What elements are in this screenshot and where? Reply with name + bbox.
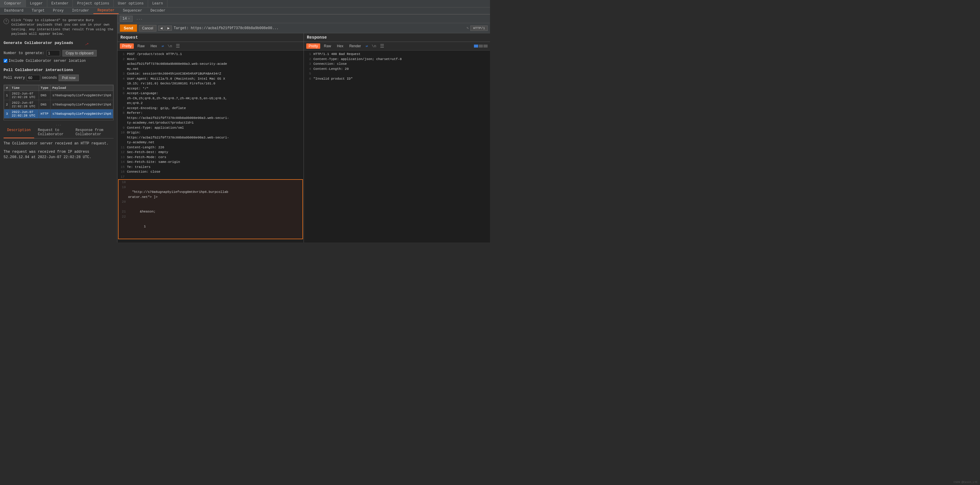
top-nav: Comparer Logger Extender Project options… — [0, 0, 490, 8]
nav-extender[interactable]: Extender — [47, 0, 73, 7]
include-location-checkbox[interactable] — [3, 59, 8, 63]
code-line: 6Accept-Language: — [118, 91, 304, 96]
code-line: 13Sec-Fetch-Mode: cors — [118, 155, 304, 160]
code-line: 4User-Agent: Mozilla/5.0 (Macintosh; Int… — [118, 76, 304, 81]
description-line1: The Collaborator server received an HTTP… — [3, 141, 114, 146]
code-line: 17 — [118, 175, 304, 180]
generate-title: Generate Collaborator payloads — [3, 41, 73, 45]
target-text: Target: https://acba1fb21f9f7378c08b8a9b… — [173, 26, 465, 30]
nav-user-options[interactable]: User options — [114, 0, 148, 7]
include-location-label[interactable]: Include Collaborator server location — [3, 59, 86, 63]
nav-arrows: ◀ ▶ — [158, 25, 172, 30]
number-input[interactable] — [47, 50, 60, 56]
response-code-line: 3Connection: close — [304, 62, 490, 67]
nav-target[interactable]: Target — [28, 8, 49, 14]
nav-learn[interactable]: Learn — [148, 0, 167, 7]
code-line: 10Origin: — [118, 130, 304, 135]
more-tabs[interactable]: ... — [134, 16, 145, 21]
code-line: https://acba1fb21f9f7378c08b8a9b008e00a3… — [118, 116, 304, 121]
xml-code-line: 21 &heason; — [119, 209, 302, 214]
nav-logger[interactable]: Logger — [26, 0, 47, 7]
code-line: 8Referer: — [118, 111, 304, 116]
request-code-area[interactable]: 1POST /product/stock HTTP/1.12Host:acba1… — [118, 51, 304, 243]
next-arrow[interactable]: ▶ — [165, 25, 172, 30]
tab-response-from-collaborator[interactable]: Response from Collaborator — [72, 127, 114, 138]
response-raw-btn[interactable]: Raw — [321, 43, 333, 49]
nav-decoder[interactable]: Decoder — [146, 8, 169, 14]
xml-code-line — [119, 234, 302, 239]
request-pretty-btn[interactable]: Pretty — [120, 43, 134, 49]
code-line: 1POST /product/stock HTTP/1.1 — [118, 52, 304, 57]
edit-target-icon[interactable]: ✎ — [466, 26, 469, 30]
list-view-icon[interactable] — [479, 45, 483, 48]
code-line: my.net — [118, 67, 304, 72]
code-line: 12Sec-Fetch-Dest: empty — [118, 150, 304, 155]
code-line: 2Host: — [118, 57, 304, 62]
code-line: 15Te: trailers — [118, 165, 304, 170]
request-panel-header: Request — [118, 33, 304, 42]
request-wrap-icon[interactable]: ⇌ — [161, 44, 165, 48]
col-time: Time — [10, 85, 39, 91]
code-line: 14Sec-Fetch-Site: same-origin — [118, 160, 304, 165]
nav-comparer[interactable]: Comparer — [0, 0, 26, 7]
request-raw-btn[interactable]: Raw — [135, 43, 147, 49]
response-menu-icon[interactable]: ☰ — [379, 43, 385, 49]
panels-container: Request Pretty Raw Hex ⇌ \n ☰ 1POST /pro… — [118, 33, 490, 243]
compact-view-icon[interactable] — [484, 45, 488, 48]
nav-dashboard[interactable]: Dashboard — [0, 8, 28, 14]
code-line: en;q=0.2 — [118, 101, 304, 106]
seconds-label: seconds — [42, 76, 57, 80]
send-bar: Send Cancel ◀ ▶ Target: https://acba1fb2… — [118, 23, 490, 33]
response-panel-toolbar: Pretty Raw Hex Render ⇌ \n ☰ — [304, 42, 490, 51]
request-indent-icon[interactable]: \n — [167, 44, 173, 48]
nav-sequencer[interactable]: Sequencer — [119, 8, 146, 14]
poll-now-button[interactable]: Poll now — [59, 75, 78, 81]
response-hex-btn[interactable]: Hex — [334, 43, 345, 49]
cancel-button[interactable]: Cancel — [139, 25, 156, 32]
response-code-line: 4Content-Length: 20 — [304, 67, 490, 72]
code-line: https://acba1fb21f9f7378c08b8a9b008e00a3… — [118, 135, 304, 140]
nav-proxy[interactable]: Proxy — [49, 8, 68, 14]
xml-code-line — [119, 219, 302, 224]
table-row[interactable]: 12022-Jun-07 22:02:28 UTCDNSs70a6ugnap5y… — [4, 91, 113, 100]
nav-intruder[interactable]: Intruder — [68, 8, 93, 14]
code-line: 3Cookie: session=8nJ6045h1AXC3EH54hXP1BU… — [118, 72, 304, 76]
code-line: zh-CN,zh;q=0.8,zh-TW;q=0.7,zh-HK;q=0.5,e… — [118, 96, 304, 101]
table-row[interactable]: 22022-Jun-07 22:02:28 UTCDNSs70a6ugnap5y… — [4, 100, 113, 109]
response-render-btn[interactable]: Render — [347, 43, 363, 49]
grid-view-icon[interactable] — [474, 45, 478, 48]
poll-seconds-input[interactable] — [27, 75, 40, 81]
tab-request-to-collaborator[interactable]: Request to Collaborator — [34, 127, 72, 138]
xml-code-line: 18 — [119, 180, 302, 185]
close-tab-icon[interactable]: × — [128, 17, 130, 21]
prev-arrow[interactable]: ◀ — [158, 25, 165, 30]
send-button[interactable]: Send — [120, 24, 137, 32]
tab-description[interactable]: Description — [3, 127, 34, 138]
description-content: The Collaborator server received an HTTP… — [3, 141, 114, 160]
code-line: 10.15; rv:101.0) Gecko/20100101 Firefox/… — [118, 81, 304, 86]
copy-to-clipboard-button[interactable]: Copy to clipboard — [62, 50, 97, 56]
second-nav: Dashboard Target Proxy Intruder Repeater… — [0, 8, 490, 14]
poll-section: Poll Collaborator interactions Poll ever… — [3, 68, 114, 81]
detail-tab-bar: Description Request to Collaborator Resp… — [3, 127, 114, 138]
repeater-tab-14[interactable]: 14 × — [120, 16, 133, 22]
response-code-line: 2Content-Type: application/json; charset… — [304, 57, 490, 62]
response-indent-icon[interactable]: \n — [371, 44, 378, 48]
nav-project-options[interactable]: Project options — [73, 0, 114, 7]
code-line: 7Accept-Encoding: gzip, deflate — [118, 106, 304, 111]
table-row[interactable]: 32022-Jun-07 22:02:28 UTCHTTPs70a6ugnap5… — [4, 109, 113, 118]
xml-code-line: 1 — [119, 224, 302, 229]
xml-code-line — [119, 229, 302, 234]
nav-repeater[interactable]: Repeater — [93, 8, 119, 14]
response-pretty-btn[interactable]: Pretty — [306, 43, 320, 49]
generate-section: Generate Collaborator payloads → Number … — [3, 41, 114, 63]
request-hex-btn[interactable]: Hex — [148, 43, 159, 49]
xml-code-line — [119, 205, 302, 210]
description-line2: The request was received from IP address… — [3, 149, 114, 160]
xml-code-line: 20 — [119, 199, 302, 205]
response-wrap-icon[interactable]: ⇌ — [364, 44, 369, 48]
response-code-area[interactable]: 1HTTP/1.1 400 Bad Request2Content-Type: … — [304, 51, 490, 243]
number-label: Number to generate: — [3, 51, 44, 55]
request-menu-icon[interactable]: ☰ — [175, 43, 181, 49]
code-line: 16Connection: close — [118, 169, 304, 175]
